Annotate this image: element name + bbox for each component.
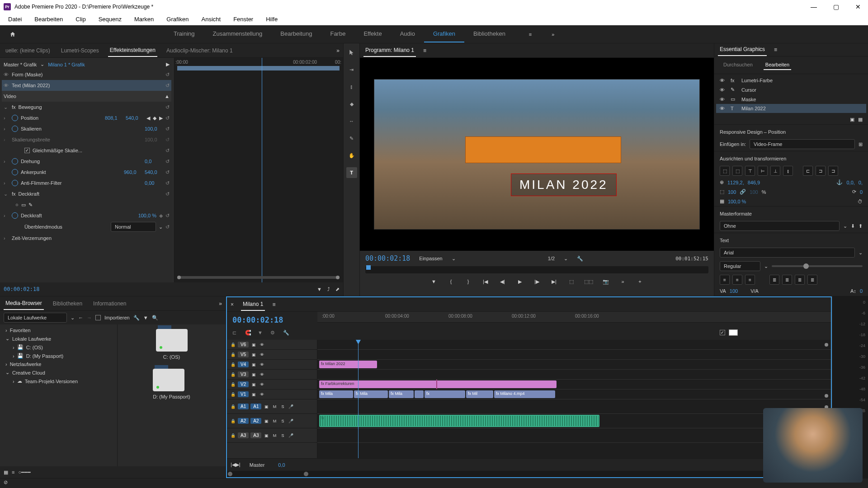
track-label[interactable]: A2 xyxy=(250,418,261,424)
solo-button[interactable]: S xyxy=(279,432,286,439)
align-top-icon[interactable]: ⊤ xyxy=(745,166,755,176)
go-to-out-icon[interactable]: ▶| xyxy=(550,277,559,286)
linked-icon[interactable]: 🧲 xyxy=(245,330,253,338)
track-source[interactable]: A2 xyxy=(238,418,249,424)
justify-text-icon[interactable]: ≣ xyxy=(795,275,805,285)
track-label[interactable]: V4 xyxy=(238,361,249,367)
clip-v1-7[interactable]: fx Milano 4.mp4 xyxy=(494,390,555,398)
eye-icon[interactable]: 👁 xyxy=(720,97,726,102)
ec-position[interactable]: Position xyxy=(21,115,102,121)
clip-marker[interactable] xyxy=(436,380,437,389)
pin-dropdown[interactable]: Video-Frame xyxy=(750,139,855,149)
stopwatch-icon[interactable] xyxy=(12,169,18,175)
opacity-value[interactable]: 100,0 % xyxy=(728,199,746,204)
minimize-button[interactable]: — xyxy=(807,1,821,12)
font-dropdown[interactable]: Arial xyxy=(720,248,855,258)
eye-icon[interactable]: 👁 xyxy=(259,342,265,348)
track-header-a2[interactable]: 🔒A2A2▣MS🎤 xyxy=(227,414,317,428)
eye-icon[interactable]: 👁 xyxy=(4,72,9,77)
zoom-dropdown[interactable]: 1/2 xyxy=(548,256,555,261)
tree-drive-c[interactable]: ›💾C: (OS) xyxy=(2,343,115,352)
menu-fenster[interactable]: Fenster xyxy=(229,14,258,24)
workspace-overflow-icon[interactable]: ≡ xyxy=(529,32,532,37)
track-v5[interactable] xyxy=(317,350,831,360)
menu-grafiken[interactable]: Grafiken xyxy=(162,14,193,24)
track-header-v5[interactable]: 🔒V5▣👁 xyxy=(227,350,317,360)
reset-icon[interactable]: ↺ xyxy=(165,191,170,197)
reset-icon[interactable]: ↺ xyxy=(165,126,170,132)
ec-master-label[interactable]: Master * Grafik xyxy=(4,62,37,67)
search-icon[interactable]: 🔍 xyxy=(152,315,158,321)
tree-drive-d[interactable]: ›💾D: (My Passport) xyxy=(2,352,115,360)
pull-icon[interactable]: ⬆ xyxy=(859,223,863,229)
source-tab[interactable]: Effekteinstellungen xyxy=(108,44,157,57)
clip-v1-4[interactable] xyxy=(415,390,424,398)
menu-ansicht[interactable]: Ansicht xyxy=(197,14,225,24)
clip-audio[interactable]: fx xyxy=(319,415,599,427)
fx-badge[interactable]: fx xyxy=(12,191,16,197)
rotation-value[interactable]: 0 xyxy=(860,189,863,195)
track-a3[interactable] xyxy=(317,428,831,443)
stopwatch-icon[interactable] xyxy=(12,126,18,132)
clip-milan-title[interactable]: fx Milan 2022 xyxy=(319,361,377,368)
track-source[interactable]: A1 xyxy=(238,404,249,409)
reset-icon[interactable]: ↺ xyxy=(165,83,170,89)
tree-favoriten[interactable]: ›Favoriten xyxy=(2,326,115,334)
stopwatch-icon[interactable] xyxy=(12,180,18,186)
source-tab[interactable]: Audioclip-Mischer: Milano 1 xyxy=(165,45,235,56)
program-tab[interactable]: Programm: Milano 1 xyxy=(363,44,416,57)
push-icon[interactable]: ⬇ xyxy=(851,223,855,229)
fx-badge[interactable]: fx xyxy=(12,104,16,110)
media-tab[interactable]: Media-Browser xyxy=(4,297,44,310)
pin-constraint-icon[interactable]: ⊞ xyxy=(859,141,863,147)
lock-icon[interactable]: 🔒 xyxy=(230,342,236,348)
align-center-h-icon[interactable]: ⬚ xyxy=(732,166,742,176)
eg-layer[interactable]: 👁✎Cursor xyxy=(716,85,866,94)
workspace-tab-bearbeitung[interactable]: Bearbeitung xyxy=(271,26,321,42)
program-scrubber[interactable] xyxy=(365,266,708,273)
add-kf-icon[interactable]: ◆ xyxy=(159,213,163,219)
new-layer-icon[interactable]: ▣ xyxy=(850,117,854,122)
mark-in-icon[interactable]: { xyxy=(447,277,456,286)
track-v6[interactable] xyxy=(317,340,831,350)
razor-tool-icon[interactable]: ◆ xyxy=(346,99,357,109)
v-scroll-handle-mid1[interactable] xyxy=(825,394,828,398)
caret-icon[interactable]: ⌄ xyxy=(4,191,9,197)
menu-marken[interactable]: Marken xyxy=(130,14,158,24)
ec-clip-label[interactable]: Milano 1 * Grafik xyxy=(48,62,85,67)
go-to-in-icon[interactable]: |◀ xyxy=(481,277,490,286)
eye-icon[interactable]: 👁 xyxy=(259,361,265,368)
justify-text-icon[interactable]: ≣ xyxy=(807,275,817,285)
workspace-tab-audio[interactable]: Audio xyxy=(391,26,424,42)
tracking-value[interactable]: 100 xyxy=(730,288,738,294)
voice-icon[interactable]: 🎤 xyxy=(288,432,294,439)
play-icon[interactable]: ▶ xyxy=(166,61,170,67)
chevron-down-icon[interactable]: ⌄ xyxy=(859,250,863,256)
mute-button[interactable]: M xyxy=(271,432,278,439)
timeline-tab[interactable]: Milano 1 xyxy=(241,298,265,311)
ec-bewegung[interactable]: Bewegung xyxy=(19,104,163,110)
chevron-down-icon[interactable]: ⌄ xyxy=(764,263,768,269)
track-header-v6[interactable]: 🔒V6▣👁 xyxy=(227,340,317,350)
master-dropdown[interactable]: Ohne xyxy=(720,221,840,231)
chevron-down-icon[interactable]: ⌄ xyxy=(843,223,847,229)
drive-item[interactable]: C: (OS) xyxy=(156,329,188,360)
stopwatch-icon[interactable] xyxy=(12,158,18,164)
lock-icon[interactable]: 🔒 xyxy=(230,352,236,358)
track-header-a3[interactable]: 🔒A3A3▣MS🎤 xyxy=(227,428,317,443)
group-icon[interactable]: ▦ xyxy=(858,117,863,122)
panel-overflow-icon[interactable]: » xyxy=(219,300,222,307)
track-label[interactable]: V3 xyxy=(238,371,249,377)
chevron-down-icon[interactable]: ⌄ xyxy=(159,224,163,230)
menu-bearbeiten[interactable]: Bearbeiten xyxy=(30,14,67,24)
reset-icon[interactable]: ↺ xyxy=(165,169,170,175)
workspace-tab-zusammenstellung[interactable]: Zusammenstellung xyxy=(203,26,271,42)
lock-icon[interactable]: 🔒 xyxy=(230,391,236,398)
eg-layer[interactable]: 👁fxLumetri-Farbe xyxy=(716,76,866,85)
v-scroll-handle-top[interactable] xyxy=(825,343,828,347)
back-icon[interactable]: ← xyxy=(78,315,83,320)
chevron-down-icon[interactable]: ⌄ xyxy=(452,256,456,262)
clip-v1-1[interactable]: fx Mila xyxy=(319,390,353,398)
zoom-slider-icon[interactable]: ○━━━ xyxy=(18,469,31,475)
toggle-track-icon[interactable]: ▣ xyxy=(250,371,257,378)
